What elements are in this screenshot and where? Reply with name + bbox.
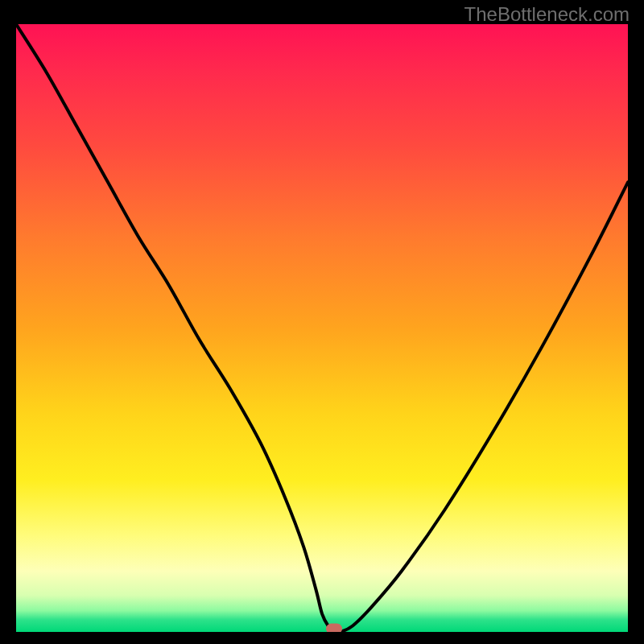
bottleneck-chart: TheBottleneck.com bbox=[0, 0, 644, 644]
line-plot-svg bbox=[16, 24, 628, 632]
plot-area bbox=[16, 24, 628, 632]
watermark-text: TheBottleneck.com bbox=[464, 3, 630, 26]
curve-path bbox=[16, 24, 628, 632]
optimal-point-marker bbox=[326, 624, 342, 633]
